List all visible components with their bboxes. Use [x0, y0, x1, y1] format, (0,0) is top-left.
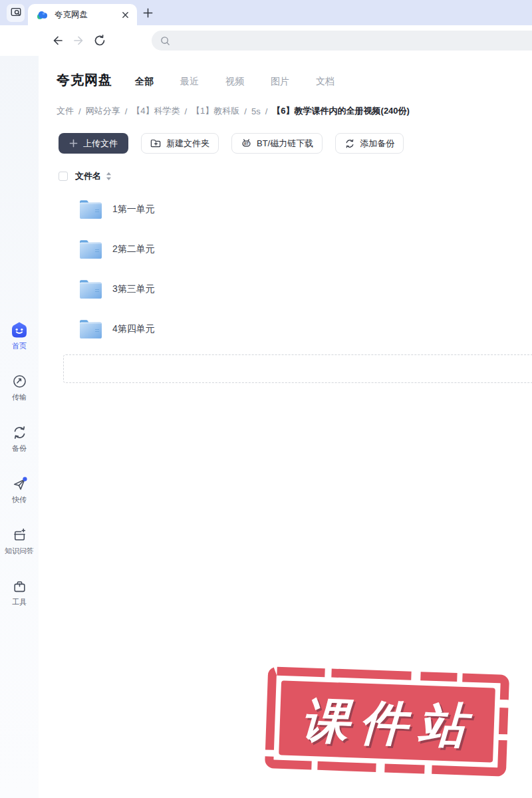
breadcrumb: 文件 / 网站分享 / 【4】科学类 / 【1】教科版 / 5s / 【6】教学… — [57, 105, 532, 117]
new-folder-icon — [150, 138, 162, 149]
folder-icon — [77, 277, 104, 301]
window-search-icon — [10, 6, 22, 21]
sidebar: 首页 传输 备份 — [0, 56, 39, 798]
folder-row[interactable]: 4第四单元 — [39, 309, 532, 349]
sidebar-label-tools: 工具 — [12, 597, 27, 607]
forward-button[interactable] — [72, 34, 85, 47]
plus-icon — [142, 7, 154, 19]
folder-name: 2第二单元 — [112, 243, 155, 255]
breadcrumb-separator: / — [244, 106, 247, 116]
workspace-search-button[interactable] — [7, 4, 25, 22]
add-backup-button[interactable]: 添加备份 — [335, 133, 404, 154]
plus-icon — [69, 139, 78, 148]
folder-row[interactable]: 1第一单元 — [39, 190, 532, 229]
sidebar-label-quicksend: 快传 — [12, 495, 27, 505]
back-button[interactable] — [51, 34, 65, 47]
tab-all[interactable]: 全部 — [135, 76, 154, 88]
action-toolbar: 上传文件 新建文件夹 BT BT/磁力链下载 — [59, 133, 532, 154]
tab-doc[interactable]: 文档 — [316, 76, 334, 88]
quark-cloud-icon — [36, 9, 49, 21]
browser-toolbar — [0, 25, 532, 56]
breadcrumb-separator: / — [184, 106, 187, 116]
folder-name: 4第四单元 — [112, 323, 155, 335]
breadcrumb-item[interactable]: 5s — [251, 106, 261, 116]
folder-name: 3第三单元 — [112, 283, 155, 295]
sidebar-label-knowledge: 知识问答 — [5, 546, 34, 556]
knowledge-qa-icon — [11, 526, 28, 543]
upload-file-button[interactable]: 上传文件 — [59, 133, 128, 154]
breadcrumb-item[interactable]: 【4】科学类 — [132, 105, 180, 117]
breadcrumb-item[interactable]: 【1】教科版 — [192, 105, 239, 117]
browser-tab-bar: 夸克网盘 — [0, 0, 532, 25]
sidebar-label-transfer: 传输 — [12, 392, 27, 402]
breadcrumb-separator: / — [265, 106, 268, 116]
folder-icon — [77, 198, 104, 221]
breadcrumb-separator: / — [78, 106, 81, 116]
tools-icon — [11, 577, 28, 595]
backup-sync-icon — [11, 424, 28, 441]
tab-recent[interactable]: 最近 — [180, 76, 199, 88]
folder-name: 1第一单元 — [112, 203, 155, 215]
breadcrumb-current: 【6】教学课件内的全册视频(240份) — [272, 105, 410, 117]
transfer-icon — [11, 372, 28, 390]
sidebar-item-quicksend[interactable]: 快传 — [0, 475, 39, 505]
sidebar-nav: 首页 传输 备份 — [0, 321, 39, 607]
file-name-header: 文件名 — [75, 170, 101, 182]
file-list-header: 文件名 — [59, 170, 532, 182]
select-all-checkbox[interactable] — [59, 172, 68, 181]
sidebar-item-home[interactable]: 首页 — [0, 321, 39, 351]
folder-icon — [77, 317, 104, 341]
sidebar-label-backup: 备份 — [12, 444, 27, 454]
tab-title: 夸克网盘 — [55, 9, 120, 21]
sidebar-label-home: 首页 — [12, 341, 27, 351]
tab-video[interactable]: 视频 — [225, 76, 244, 88]
refresh-button[interactable] — [93, 34, 106, 47]
sidebar-item-backup[interactable]: 备份 — [0, 424, 39, 454]
breadcrumb-item[interactable]: 文件 — [57, 105, 74, 117]
new-folder-label: 新建文件夹 — [166, 138, 209, 150]
breadcrumb-separator: / — [125, 106, 128, 116]
magnifier-icon — [160, 35, 171, 47]
home-smiley-icon — [11, 321, 28, 338]
page-title: 夸克网盘 — [57, 71, 112, 89]
main-content: 夸克网盘 全部 最近 视频 图片 文档 文件 / 网站分享 / 【4】科学类 /… — [39, 56, 532, 383]
new-folder-button[interactable]: 新建文件夹 — [141, 133, 219, 154]
folder-row[interactable]: 2第二单元 — [39, 229, 532, 269]
address-search-bar[interactable] — [152, 31, 532, 51]
bt-download-label: BT/磁力链下载 — [257, 138, 313, 150]
browser-tab[interactable]: 夸克网盘 — [28, 4, 137, 25]
folder-row[interactable]: 3第三单元 — [39, 269, 532, 309]
sidebar-item-knowledge[interactable]: 知识问答 — [0, 526, 39, 556]
bt-magnet-icon: BT — [241, 138, 252, 149]
new-tab-button[interactable] — [140, 5, 156, 21]
sidebar-item-transfer[interactable]: 传输 — [0, 372, 39, 402]
svg-text:BT: BT — [244, 142, 249, 146]
file-list: 1第一单元 2第二单元 3第三单元 4第四单元 — [39, 190, 532, 349]
add-backup-label: 添加备份 — [360, 138, 394, 150]
browser-window: 夸克网盘 — [0, 0, 532, 798]
sort-icon[interactable] — [106, 172, 112, 181]
view-tabs: 全部 最近 视频 图片 文档 — [135, 76, 334, 88]
tab-close-icon[interactable] — [120, 9, 130, 20]
breadcrumb-item[interactable]: 网站分享 — [86, 105, 120, 117]
folder-icon — [77, 237, 104, 261]
sidebar-item-tools[interactable]: 工具 — [0, 577, 39, 607]
drop-zone-placeholder — [63, 354, 532, 383]
watermark-text: 课件站 — [301, 693, 478, 752]
bt-download-button[interactable]: BT BT/磁力链下载 — [231, 133, 323, 154]
page-header: 夸克网盘 全部 最近 视频 图片 文档 — [39, 56, 532, 89]
watermark-stamp: 课件站 课件站 — [262, 665, 513, 780]
quick-send-icon — [11, 475, 28, 492]
tab-image[interactable]: 图片 — [271, 76, 289, 88]
upload-file-label: 上传文件 — [83, 138, 118, 150]
sync-arrows-icon — [344, 138, 355, 149]
